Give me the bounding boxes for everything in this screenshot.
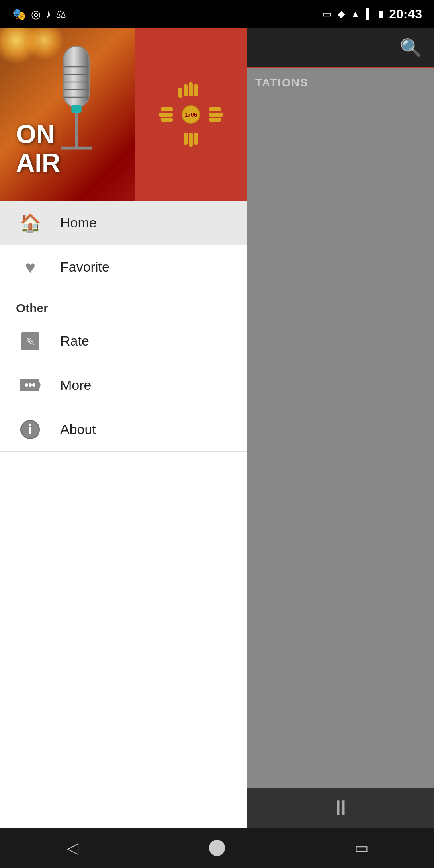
status-time: 20:43 — [389, 7, 422, 22]
sidebar-item-home[interactable]: 🏠 Home — [0, 201, 247, 245]
svg-rect-17 — [159, 113, 173, 117]
sidebar-item-favorite[interactable]: ♥ Favorite — [0, 245, 247, 289]
svg-rect-18 — [161, 107, 173, 111]
favorite-label: Favorite — [60, 259, 110, 275]
svg-rect-0 — [63, 46, 89, 107]
navigation-drawer: 1706 ONAIR 🏠 Home ♥ Favorite Other ✎ — [0, 28, 247, 868]
svg-rect-14 — [189, 133, 193, 147]
nm-flag: 1706 — [135, 28, 247, 201]
svg-text:✎: ✎ — [26, 336, 35, 348]
pause-button[interactable]: ⏸ — [330, 796, 351, 820]
svg-rect-22 — [209, 118, 221, 122]
svg-point-27 — [29, 383, 32, 387]
nav-icon: ◆ — [338, 8, 345, 20]
svg-rect-8 — [71, 105, 81, 113]
banner-image: 1706 ONAIR — [0, 28, 247, 201]
sidebar-item-rate[interactable]: ✎ Rate — [0, 319, 247, 363]
svg-point-28 — [32, 383, 35, 387]
app-icon-2: ⚖ — [56, 8, 66, 21]
svg-text:1706: 1706 — [184, 111, 197, 118]
home-button[interactable] — [201, 832, 233, 864]
on-air-text: ONAIR — [16, 120, 60, 177]
svg-rect-11 — [184, 84, 188, 96]
rate-icon: ✎ — [16, 327, 44, 355]
svg-rect-12 — [194, 84, 198, 96]
sidebar-item-more[interactable]: More — [0, 363, 247, 407]
music-icon: ♪ — [45, 8, 51, 20]
more-icon — [16, 371, 44, 399]
signal-icon: ▌ — [366, 8, 373, 20]
about-label: About — [60, 422, 96, 437]
home-icon: 🏠 — [16, 209, 44, 237]
other-section-header: Other — [0, 289, 247, 319]
camera-icon: ◎ — [31, 8, 41, 21]
heart-icon: ♥ — [16, 253, 44, 281]
back-button[interactable]: ◁ — [56, 832, 88, 864]
main-toolbar: 🔍 — [247, 28, 434, 68]
svg-rect-20 — [209, 113, 223, 117]
more-label: More — [60, 377, 91, 393]
battery-icon: ▮ — [378, 8, 383, 20]
sidebar-item-about[interactable]: i About — [0, 407, 247, 452]
rate-label: Rate — [60, 333, 89, 349]
home-label: Home — [60, 215, 97, 231]
nav-list: 🏠 Home ♥ Favorite Other ✎ Rate — [0, 201, 247, 868]
recents-button[interactable]: ▭ — [346, 832, 378, 864]
svg-rect-16 — [194, 133, 198, 145]
wifi-icon: ▲ — [350, 8, 360, 20]
status-icons-left: 🎭 ◎ ♪ ⚖ — [12, 8, 66, 21]
svg-point-31 — [209, 840, 225, 856]
main-content-area: 🔍 TATIONS — [247, 28, 434, 868]
about-icon: i — [16, 416, 44, 444]
svg-rect-10 — [189, 82, 193, 96]
search-icon[interactable]: 🔍 — [400, 37, 422, 58]
svg-rect-21 — [209, 107, 221, 111]
svg-rect-13 — [178, 88, 182, 98]
svg-rect-15 — [184, 133, 188, 145]
toolbar-title: TATIONS — [247, 68, 434, 97]
svg-text:i: i — [29, 422, 32, 436]
status-bar: 🎭 ◎ ♪ ⚖ ▭ ◆ ▲ ▌ ▮ 20:43 — [0, 0, 434, 28]
svg-rect-19 — [161, 118, 173, 122]
status-icons-right: ▭ ◆ ▲ ▌ ▮ 20:43 — [323, 7, 422, 22]
player-bar: ⏸ — [247, 788, 434, 828]
zia-symbol: 1706 — [151, 74, 231, 155]
app-icon-1: 🎭 — [12, 8, 26, 21]
cast-icon: ▭ — [323, 8, 332, 20]
bottom-navigation: ◁ ▭ — [0, 828, 434, 868]
svg-point-26 — [25, 383, 28, 387]
